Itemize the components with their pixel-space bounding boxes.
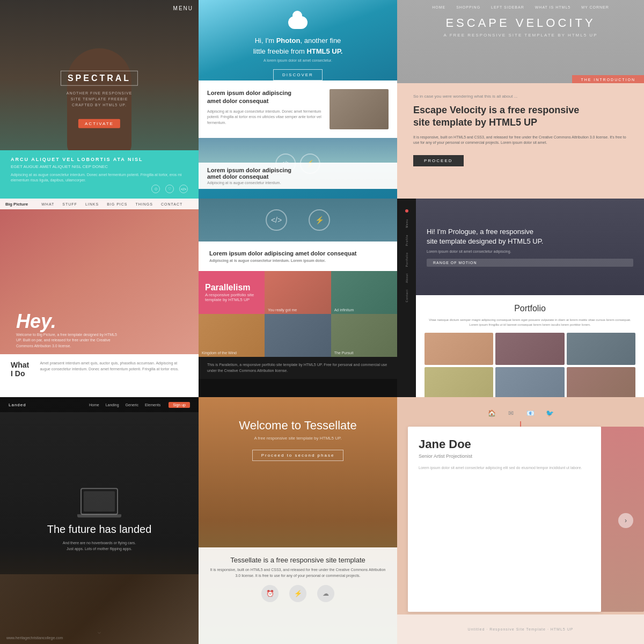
watermark: www.heritagechristiancollege.com [6,636,63,640]
diamond-icon: ◇ [151,185,160,193]
spectral-teal-sub: EGET AUGUE AMET ALIQUET NISL CEP DONEC [11,164,188,169]
landed-nav-landing[interactable]: Landing [106,403,119,407]
landed-nav-elements[interactable]: Elements [145,403,160,407]
landed-signup-btn[interactable]: Sign up [169,402,190,408]
bigpicture-nav-contact[interactable]: CONTACT [161,202,182,206]
photon-lorem-title: Lorem ipsum dolor adipiscingamet dolor c… [207,89,323,106]
twitter-icon[interactable]: 🐦 [544,408,555,419]
cell-photon: Hi, I'm Photon, another finelittle freeb… [199,0,397,199]
prologue-portfolio-body: Vitae natoque dictum semper magni adipis… [425,318,635,327]
portfolio-item-4[interactable] [425,367,493,397]
gallery-bg-3 [199,314,265,357]
gallery-label-2: Ad infinitum [334,308,354,312]
escape-proceed-btn[interactable]: PROCEED [413,155,464,166]
cloud-icon-tess: ☁ [317,585,334,602]
prologue-sidebar-about[interactable]: About [405,273,408,283]
parallelism-gallery-2[interactable]: Ad infinitum [331,271,397,314]
landed-nav-generic[interactable]: Generic [126,403,139,407]
cell-parallelism: </> ⚡ Lorem ipsum dolor adipiscing amet … [199,199,397,397]
bolt-icon: ⚡ [289,585,306,602]
prologue-portfolio: Portfolio Vitae natoque dictum semper ma… [416,295,644,397]
bigpicture-nav-what[interactable]: WHAT [41,202,54,206]
landed-logo: Landed [9,402,81,407]
parallelism-gallery: Parallelism A responsive portfolio sitet… [199,271,397,357]
prologue-sidebar-portfolio[interactable]: Portfolio [405,252,408,267]
laptop-icon [80,488,118,515]
prologue-sidebar-profile[interactable]: Profile [405,235,408,246]
escape-nav-left[interactable]: LEFT SIDEBAR [491,5,524,9]
spectral-icons: ◇ ♡ </> [151,185,188,193]
parallelism-gallery-3[interactable]: Kingdom of the Wind [199,314,265,357]
cell-tessellate: Welcome to Tessellate A free responsive … [199,397,397,644]
spectral-activate-btn[interactable]: ACTIVATE [78,119,120,128]
parallelism-gallery-5[interactable]: The Pursuit [331,314,397,357]
portfolio-item-3[interactable] [567,333,635,365]
landed-bottom-photo: www.heritagechristiancollege.com [0,574,199,644]
home-icon[interactable]: 🏠 [486,408,497,419]
cell-landed: Landed Home Landing Generic Elements Sig… [0,397,199,644]
spectral-teal-body: Adipiscing at as augue consectetur inter… [11,172,188,183]
escape-header: ESCAPE VELOCITY A FREE RESPONSIVE SITE T… [397,16,644,38]
prologue-range-btn[interactable]: RANGE OF MOTION [427,259,633,267]
cell-prologue: Menu Profile Portfolio About Contact Hi!… [397,199,644,397]
escape-small-intro: So in case you were wondering what this … [413,94,628,99]
another-bottom-bar: Untitled · Responsive Site Template · HT… [397,614,644,644]
photon-discover-btn[interactable]: DISCOVER [273,69,323,80]
tessellate-proceed-btn[interactable]: Proceed to second phase [252,450,344,461]
landed-hero: The future has landed And there are no h… [20,488,179,560]
mail-icon[interactable]: ✉ [506,408,516,419]
prologue-sidebar-contact[interactable]: Contact [405,289,408,302]
escape-big-statement: Escape Velocity is a free responsivesite… [413,104,628,129]
code-icon: </> [179,185,188,193]
tessellate-icons: ⏰ ⚡ ☁ [209,585,386,602]
escape-main-title: ESCAPE VELOCITY [397,16,644,30]
portfolio-item-2[interactable] [495,333,564,365]
bigpicture-what-body: Amet praesent interdum amet quis, auctor… [40,361,188,372]
bigpicture-nav-stuff[interactable]: STUFF [62,202,77,206]
photon-tagline: A lorem ipsum dolor sit amet consectetur… [209,58,386,62]
parallelism-pink-item: Parallelism A responsive portfolio sitet… [199,271,265,314]
parallelism-gallery-1[interactable]: You really got me [265,271,331,314]
parallelism-subtitle: A responsive portfolio sitetemplate by H… [205,292,258,302]
bigpicture-hey: Hey. [16,310,56,333]
photon-hi: Hi, I'm Photon, another finelittle freeb… [209,35,386,56]
bigpicture-nav-links[interactable]: LINKS [85,202,99,206]
landed-nav-links: Home Landing Generic Elements [89,403,160,407]
tessellate-content: Welcome to Tessellate A free responsive … [199,419,397,461]
another-top-icons: 🏠 ✉ 📧 🐦 [397,408,644,419]
email-icon[interactable]: 📧 [525,408,536,419]
landed-nav: Landed Home Landing Generic Elements Sig… [0,397,199,412]
tessellate-welcome: Welcome to Tessellate [199,419,397,433]
escape-pink-section: So in case you were wondering what this … [397,83,644,199]
tessellate-footer-body: It is responsive, built on HTML5 and CSS… [209,567,386,579]
spectral-teal-bar: ARCU ALIQUET VEL LOBORTIS ATA NISL EGET … [0,150,199,199]
portfolio-item-6[interactable] [567,367,635,397]
escape-nav-corner[interactable]: MY CORNER [581,5,609,9]
escape-nav-shopping[interactable]: SHOPPING [456,5,480,9]
bigpicture-nav-bigpics[interactable]: BIG PICS [107,202,127,206]
photon-lorem-body: Adipiscing at is augue consectetur inter… [207,109,323,126]
parallelism-gallery-4[interactable] [265,314,331,357]
portfolio-item-1[interactable] [425,333,493,365]
spectral-teal-title: ARCU ALIQUET VEL LOBORTIS ATA NISL [11,157,188,162]
escape-nav-home[interactable]: HOME [432,5,445,9]
gallery-label-1: You really got me [268,308,297,312]
parallelism-lorem: Lorem ipsum dolor adipiscing amet dolor … [199,241,397,271]
prologue-sidebar-menu[interactable]: Menu [405,219,408,228]
parallelism-caption: This is Parallelism, a responsive portfo… [199,357,397,379]
portfolio-item-5[interactable] [495,367,564,397]
prologue-main: Hi! I'm Prologue, a free responsivesite … [416,199,644,397]
parallelism-icon-bolt: ⚡ [309,209,330,231]
spectral-menu: MENU [173,5,193,11]
landed-nav-home[interactable]: Home [89,403,99,407]
bigpicture-label-bar: Big Picture WHAT STUFF LINKS BIG PICS TH… [0,199,199,209]
next-button[interactable]: › [618,513,633,528]
gallery-label-5: The Pursuit [334,351,354,355]
landed-hero-body: And there are no hoverboards or flying c… [20,540,179,552]
escape-nav-what[interactable]: WHAT IS HTML5 [535,5,570,9]
bigpicture-nav-things[interactable]: THINGS [135,202,152,206]
gallery-bg-4 [265,314,331,357]
cloud-icon [288,16,308,29]
prologue-sidebar: Menu Profile Portfolio About Contact [397,199,416,397]
laptop-screen [84,491,115,511]
